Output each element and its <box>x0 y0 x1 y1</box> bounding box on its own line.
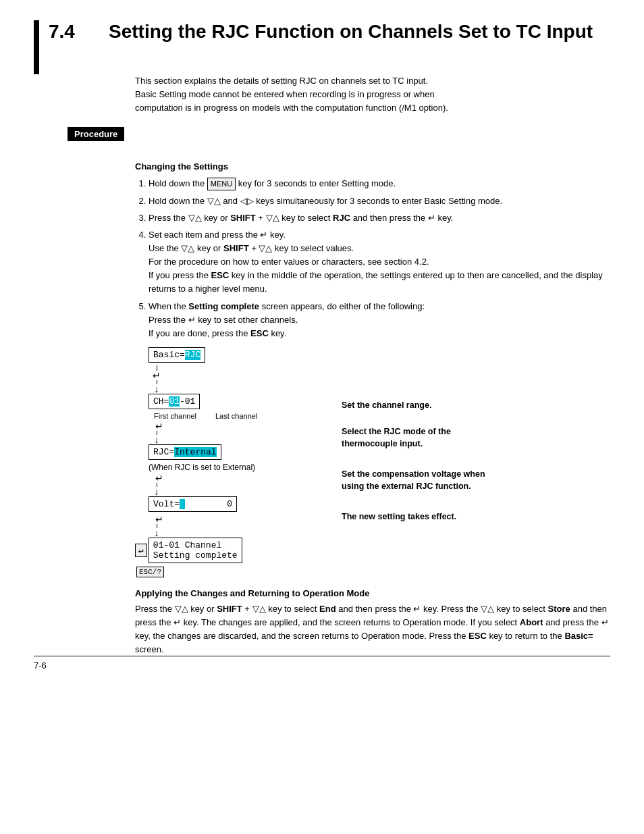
ch-highlight: 01 <box>169 396 180 407</box>
arrow3-row: ↵ ↓ <box>149 473 331 496</box>
last-channel-caption: Last channel <box>215 412 257 420</box>
footer-line <box>34 656 610 656</box>
procedure-section: Procedure <box>34 127 610 151</box>
label3: Set the compensation voltage whenusing t… <box>342 469 485 492</box>
applying-title: Applying the Changes and Returning to Op… <box>135 588 610 598</box>
arrow1-row: ↵ ↓ <box>149 365 331 394</box>
esc-label-row: ESC/? <box>136 566 331 576</box>
procedure-badge: Procedure <box>68 127 124 141</box>
arrow2: ↵ ↓ <box>149 421 165 444</box>
steps-list: Hold down the MENU key for 3 seconds to … <box>149 177 610 340</box>
first-channel-caption: First channel <box>154 412 196 420</box>
when-external-row: (When RJC is set to External) <box>149 463 331 472</box>
page-number: 7-6 <box>34 660 47 671</box>
screen2: CH=01-01 <box>149 394 200 409</box>
section-number: 7.4 <box>49 21 86 43</box>
esc-enter-group: ↵ <box>135 544 147 558</box>
arrow1: ↵ ↓ <box>149 365 165 394</box>
applying-text: Press the ▽△ key or SHIFT + ▽△ key to se… <box>135 602 610 657</box>
screen5-box: 01-01 Channel Setting complete <box>149 538 242 563</box>
screen3-row: RJC=Internal <box>149 444 331 461</box>
screen5-row: ↵ 01-01 Channel Setting complete <box>135 538 331 565</box>
label2: Select the RJC mode of thethermocouple i… <box>342 426 485 450</box>
volt-highlight <box>180 499 185 509</box>
screen1: Basic=RJC <box>149 347 205 363</box>
internal-highlight: Internal <box>174 447 216 457</box>
step-1: Hold down the MENU key for 3 seconds to … <box>149 177 610 190</box>
screen1-row: Basic=RJC <box>149 347 331 364</box>
section-header: 7.4 Setting the RJC Function on Channels… <box>34 20 610 74</box>
screen4-row: Volt= 0 <box>149 496 331 513</box>
channel-captions: First channel Last channel <box>154 412 331 420</box>
enter-symbol1: ↵ <box>153 371 161 380</box>
section-heading: 7.4 Setting the RJC Function on Channels… <box>49 20 593 74</box>
section-bar <box>34 20 39 74</box>
step-2: Hold down the ▽△ and ◁▷ keys simultaneou… <box>149 194 610 208</box>
screen2-row: CH=01-01 <box>149 394 331 411</box>
esc-key: ↵ <box>135 544 147 557</box>
content-area: Changing the Settings Hold down the MENU… <box>135 161 610 656</box>
step-5: When the Setting complete screen appears… <box>149 300 610 340</box>
label1: Set the channel range. <box>342 400 485 412</box>
footer: 7-6 <box>34 656 610 671</box>
arrow4: ↵ ↓ <box>149 515 165 538</box>
screen4: Volt= 0 <box>149 496 237 512</box>
enter-symbol2: ↵ <box>155 421 163 431</box>
arrow4-row: ↵ ↓ <box>149 515 331 538</box>
diagram-labels: Set the channel range. Select the RJC mo… <box>342 347 485 538</box>
menu-key: MENU <box>207 178 236 190</box>
intro-text: This section explains the details of set… <box>135 74 610 115</box>
section-title: Setting the RJC Function on Channels Set… <box>109 20 593 43</box>
step-3: Press the ▽△ key or SHIFT + ▽△ key to se… <box>149 211 610 225</box>
arrow2-row: ↵ ↓ <box>149 421 331 444</box>
screen3: RJC=Internal <box>149 444 221 460</box>
page: 7.4 Setting the RJC Function on Channels… <box>0 0 644 684</box>
step-4: Set each item and press the ↵ key. Use t… <box>149 228 610 296</box>
diagram-box: Basic=RJC ↵ ↓ CH=01-01 Fi <box>135 347 331 576</box>
changing-settings-title: Changing the Settings <box>135 161 610 172</box>
when-external-caption: (When RJC is set to External) <box>149 463 255 472</box>
rjc-highlight: RJC <box>185 350 200 360</box>
label4: The new setting takes effect. <box>342 511 485 523</box>
arrow3: ↵ ↓ <box>149 473 165 496</box>
screen5-line1: 01-01 Channel <box>153 540 221 550</box>
down-arrow1: ↓ <box>155 384 159 394</box>
down-arrow3: ↓ <box>155 487 159 496</box>
screen5-line2: Setting complete <box>153 550 238 561</box>
down-arrow2: ↓ <box>155 435 159 444</box>
enter-symbol4: ↵ <box>155 515 163 524</box>
screen5: 01-01 Channel Setting complete <box>149 538 242 565</box>
down-arrow4: ↓ <box>155 528 159 538</box>
enter-symbol3: ↵ <box>155 473 163 483</box>
esc-label: ESC/? <box>136 567 164 577</box>
diagram-area: Basic=RJC ↵ ↓ CH=01-01 Fi <box>135 347 610 576</box>
